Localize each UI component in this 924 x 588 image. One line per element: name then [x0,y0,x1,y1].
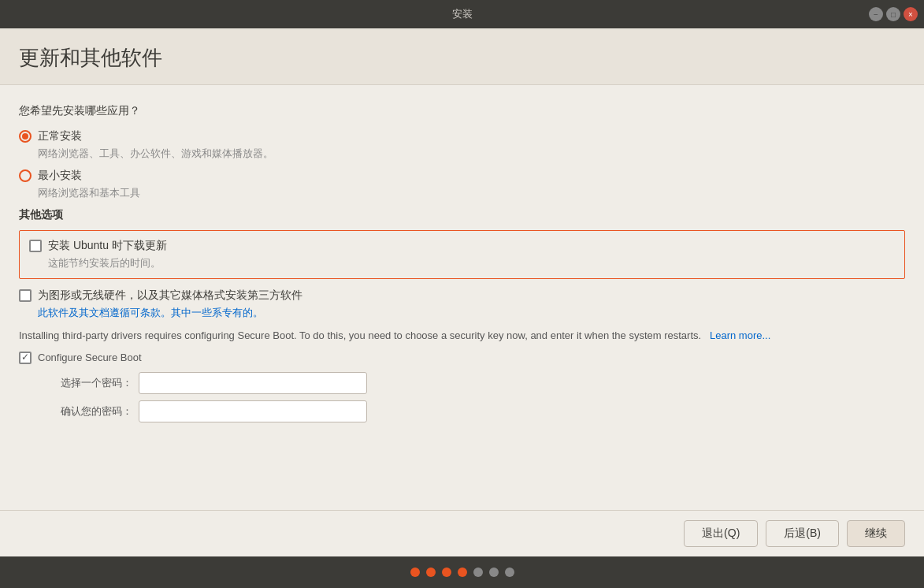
pagination-dot-5 [473,568,483,577]
quit-button[interactable]: 退出(Q) [684,520,758,547]
configure-secure-boot-row[interactable]: Configure Secure Boot [19,352,905,364]
main-window: 更新和其他软件 您希望先安装哪些应用？ 正常安装 网络浏览器、工具、办公软件、游… [0,28,924,556]
password-label: 选择一个密码： [38,376,132,390]
window-title: 安装 [452,7,473,21]
pagination-dot-1 [410,568,420,577]
normal-install-desc: 网络浏览器、工具、办公软件、游戏和媒体播放器。 [38,147,905,161]
secure-boot-description: Installing third-party drivers requires … [19,328,905,344]
pagination-dot-4 [458,568,467,577]
confirm-password-input[interactable] [139,400,367,422]
window-controls: − □ × [869,7,918,21]
password-row: 选择一个密码： [38,372,905,394]
password-input[interactable] [139,372,367,394]
page-title: 更新和其他软件 [19,44,905,72]
normal-install-radio[interactable] [19,130,32,143]
download-updates-row[interactable]: 安装 Ubuntu 时下载更新 [29,239,895,253]
download-updates-section: 安装 Ubuntu 时下载更新 这能节约安装后的时间。 [19,230,905,279]
third-party-row[interactable]: 为图形或无线硬件，以及其它媒体格式安装第三方软件 [19,288,905,303]
configure-secure-boot-label[interactable]: Configure Secure Boot [38,352,142,363]
confirm-password-label: 确认您的密码： [38,404,132,419]
back-button[interactable]: 后退(B) [766,520,839,547]
learn-more-link[interactable]: Learn more... [710,329,770,341]
configure-secure-boot-checkbox[interactable] [19,352,32,364]
third-party-section: 为图形或无线硬件，以及其它媒体格式安装第三方软件 此软件及其文档遵循可条款。其中… [19,288,905,422]
third-party-checkbox[interactable] [19,289,32,302]
third-party-terms-link[interactable]: 此软件及其文档遵循可条款。其中一些系专有的。 [38,307,263,318]
minimal-install-label[interactable]: 最小安装 [38,169,82,183]
third-party-label[interactable]: 为图形或无线硬件，以及其它媒体格式安装第三方软件 [38,288,302,303]
secure-boot-text: Installing third-party drivers requires … [19,329,701,341]
minimal-install-radio-row[interactable]: 最小安装 [19,169,905,183]
pagination-dot-7 [505,568,514,577]
minimal-install-option: 最小安装 网络浏览器和基本工具 [19,169,905,200]
download-updates-desc: 这能节约安装后的时间。 [48,256,895,270]
minimal-install-radio[interactable] [19,169,32,182]
minimize-button[interactable]: − [869,7,883,21]
install-question: 您希望先安装哪些应用？ [19,104,905,118]
content-area: 您希望先安装哪些应用？ 正常安装 网络浏览器、工具、办公软件、游戏和媒体播放器。… [0,85,924,510]
normal-install-label[interactable]: 正常安装 [38,129,82,143]
page-header: 更新和其他软件 [0,28,924,85]
other-options-title: 其他选项 [19,208,905,222]
download-updates-checkbox[interactable] [29,240,42,252]
confirm-password-row: 确认您的密码： [38,400,905,422]
pagination [0,556,924,588]
pagination-dot-3 [442,568,451,577]
third-party-desc: 此软件及其文档遵循可条款。其中一些系专有的。 [38,306,905,320]
pagination-dot-2 [426,568,436,577]
normal-install-radio-row[interactable]: 正常安装 [19,129,905,143]
minimal-install-desc: 网络浏览器和基本工具 [38,186,905,200]
continue-button[interactable]: 继续 [847,520,905,547]
download-updates-label[interactable]: 安装 Ubuntu 时下载更新 [48,239,167,253]
pagination-dot-6 [489,568,499,577]
titlebar: 安装 − □ × [0,0,924,28]
maximize-button[interactable]: □ [886,7,900,21]
footer: 退出(Q) 后退(B) 继续 [0,510,924,556]
close-button[interactable]: × [904,7,918,21]
normal-install-option: 正常安装 网络浏览器、工具、办公软件、游戏和媒体播放器。 [19,129,905,161]
